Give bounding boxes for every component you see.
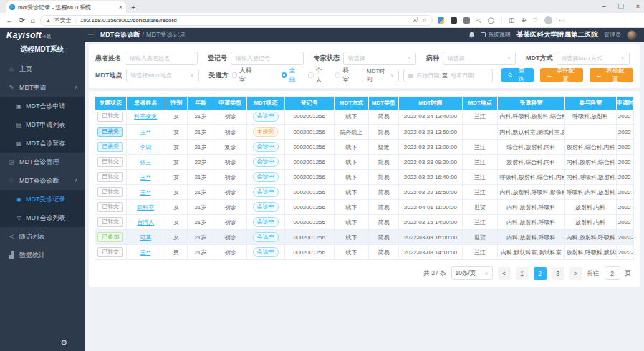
sidebar-item-followup[interactable]: ≺ 随访列表: [0, 227, 85, 246]
patient-name-link[interactable]: 张三: [140, 159, 151, 165]
window-restore-button[interactable]: ❐: [618, 3, 624, 10]
mdt-mode-select[interactable]: 请选择MDT方式 ∨: [557, 52, 630, 65]
home-button[interactable]: ⌂: [30, 16, 35, 24]
draft-icon: ▦: [16, 140, 22, 147]
radio-dept[interactable]: 科室: [335, 66, 355, 85]
table-row[interactable]: 已参加 可其 女 21岁 初诊 会诊中 0002001256 线下 简易 202…: [95, 230, 634, 245]
table-row[interactable]: 已转交 台湾人 女 21岁 初诊 会诊中 0002001256 线下 简易 20…: [95, 215, 634, 230]
system-help-link[interactable]: 系统说明: [481, 31, 511, 39]
split-screen-icon[interactable]: ◫: [509, 16, 514, 24]
table-config-button[interactable]: 表格配置: [590, 68, 633, 82]
reg-no-input[interactable]: [231, 52, 304, 65]
sidebar-item-mdt-record[interactable]: ◉ MDT受诊记录: [0, 190, 85, 208]
user-avatar[interactable]: [627, 30, 637, 40]
patient-name-link[interactable]: 王**: [140, 249, 150, 256]
window-minimize-button[interactable]: –: [602, 3, 606, 10]
sidebar-group-mdt-diagnosis[interactable]: ♡ MDT会诊诊断 ∧: [0, 171, 85, 190]
date-range-picker[interactable]: ▦ 开始日期 至 结束日期: [403, 69, 494, 82]
page-size-select[interactable]: 10条/页 ∨: [451, 266, 493, 280]
settings-more-icon[interactable]: ⋯: [559, 16, 565, 24]
refresh-button[interactable]: ⟳: [19, 16, 25, 24]
browser-essentials-icon[interactable]: ♡: [532, 16, 538, 24]
sidebar-item-mdt-manage[interactable]: ◷ MDT会诊管理: [0, 153, 85, 171]
page-button-1[interactable]: 1: [516, 267, 529, 280]
extension-icon[interactable]: [438, 17, 444, 24]
sidebar-item-label: MDT受诊记录: [26, 195, 66, 204]
cell-apply-type: 初诊: [213, 185, 247, 200]
copilot-icon[interactable]: ◯: [487, 16, 494, 24]
expert-status-select[interactable]: 请选择 ∨: [343, 52, 416, 65]
cell-age: 21岁: [188, 215, 213, 230]
mdt-status-badge: 会诊中: [253, 202, 279, 212]
extension-icon[interactable]: [463, 17, 470, 24]
table-row[interactable]: 已转交 张三 女 22岁 初诊 会诊中 0002001256 线下 简易 202…: [95, 155, 634, 170]
table-row[interactable]: 已接受 王** 女 21岁 初诊 未接受 0002001256 院外线上 简易 …: [95, 125, 634, 140]
mdt-status-badge: 会诊中: [253, 187, 279, 197]
mute-icon[interactable]: ◁: [476, 16, 481, 24]
favicon-icon: [9, 4, 15, 10]
cell-apply-type: 初诊: [213, 125, 247, 140]
mdt-status-badge: 会诊中: [253, 247, 279, 257]
cell-reg-no: 0002001256: [284, 155, 334, 170]
sidebar-item-mdt-consult-apply[interactable]: ▣ MDT会诊申请: [0, 97, 85, 115]
condition-config-button[interactable]: 条件配置: [540, 68, 584, 82]
sidebar-item-mdt-apply-list[interactable]: ▤ MDT申请列表: [0, 115, 85, 134]
table-row[interactable]: 已转交 科室变更 女 21岁 初诊 会诊中 0002001256 线下 简易 2…: [95, 110, 634, 125]
tab-close-icon[interactable]: ×: [119, 4, 122, 11]
time-type-select[interactable]: MDT时间 ∨: [362, 69, 399, 82]
patient-name-link[interactable]: 科室变更: [134, 113, 157, 120]
goto-page-input[interactable]: 2: [605, 266, 620, 280]
sidebar-item-home[interactable]: ⌂ 主页: [0, 59, 85, 78]
notification-bell-icon[interactable]: [468, 32, 475, 38]
sidebar-group-mdt-apply[interactable]: ✎ MDT申请 ∧: [0, 78, 85, 97]
table-row[interactable]: 已转交 眼科室 女 21岁 初诊 会诊中 0002001256 线下 简易 20…: [95, 200, 634, 215]
extension-icon[interactable]: [451, 17, 457, 24]
sidebar-item-stats[interactable]: ▟ 数据统计: [0, 246, 85, 264]
collapse-menu-icon[interactable]: ☰: [87, 30, 95, 39]
cell-mdt-mode: 线下: [334, 140, 368, 155]
table-row[interactable]: 已转交 王** 女 21岁 初诊 会诊中 0002001256 线下 简易 20…: [95, 170, 634, 185]
radio-personal[interactable]: 个人: [308, 66, 327, 85]
cell-mdt-type: 简易: [368, 215, 398, 230]
next-page-button[interactable]: >: [569, 267, 582, 280]
patient-name-link[interactable]: 眼科室: [137, 204, 154, 211]
patient-name-link[interactable]: 李四: [140, 144, 151, 150]
window-close-button[interactable]: ×: [636, 3, 640, 10]
big-dept-checkbox[interactable]: [232, 72, 237, 78]
browser-tab[interactable]: mdt受诊记录 - 远程MDT系统 ×: [6, 1, 126, 13]
chevron-down-icon: ∨: [507, 55, 511, 61]
sidebar-item-mdt-draft[interactable]: ▦ MDT会诊暂存: [0, 134, 85, 153]
gear-icon[interactable]: ⚙: [60, 338, 67, 347]
table-row[interactable]: 已接受 李四 女 21岁 复诊 会诊中 0002001256 线下 疑难 202…: [95, 140, 634, 155]
prev-page-button[interactable]: <: [498, 267, 511, 280]
search-button[interactable]: 查询: [501, 68, 533, 82]
cell-reg-no: 0002001256: [284, 230, 334, 245]
address-bar[interactable]: ▲ 不安全 | 192.168.0.156:9002/consultate/re…: [40, 15, 433, 26]
cell-reg-no: 0002001256: [284, 125, 334, 140]
cell-joined-depts: 放射科,综合科,内科: [564, 140, 616, 155]
profile-icon[interactable]: [544, 16, 552, 24]
address-divider: |: [75, 17, 77, 24]
patient-name-link[interactable]: 台湾人: [137, 219, 154, 226]
patient-name-link[interactable]: 王**: [140, 189, 150, 196]
page-button-2[interactable]: 2: [534, 267, 547, 280]
favorites-icon[interactable]: ⊕: [521, 16, 526, 24]
patient-name-link[interactable]: 可其: [140, 234, 151, 241]
disease-select[interactable]: 请选择 ∨: [443, 52, 516, 65]
table-row[interactable]: 已转交 王** 男 21岁 初诊 会诊中 0002001256 线下 简易 20…: [95, 245, 634, 260]
favorite-star-icon[interactable]: ☆: [422, 17, 427, 24]
mdt-place-select[interactable]: 请选择MDT地点 ∨: [126, 69, 199, 82]
table-row[interactable]: 已转交 王** 女 21岁 初诊 会诊中 0002001256 线下 简易 20…: [95, 185, 634, 200]
page-button-3[interactable]: 3: [552, 267, 564, 280]
read-aloud-icon[interactable]: A): [413, 16, 418, 23]
radio-all[interactable]: 全部: [282, 66, 301, 85]
cell-reg-no: 0002001256: [284, 185, 334, 200]
cell-gender: 女: [165, 125, 188, 140]
back-button[interactable]: ←: [6, 16, 14, 24]
patient-name-link[interactable]: 王**: [140, 129, 150, 135]
patient-name-input[interactable]: [125, 52, 198, 65]
patient-name-link[interactable]: 王**: [140, 174, 150, 181]
list-icon: ▤: [16, 122, 22, 128]
sidebar-item-mdt-consult-list[interactable]: ▽ MDT会诊列表: [0, 208, 85, 227]
new-tab-button[interactable]: +: [131, 3, 135, 11]
